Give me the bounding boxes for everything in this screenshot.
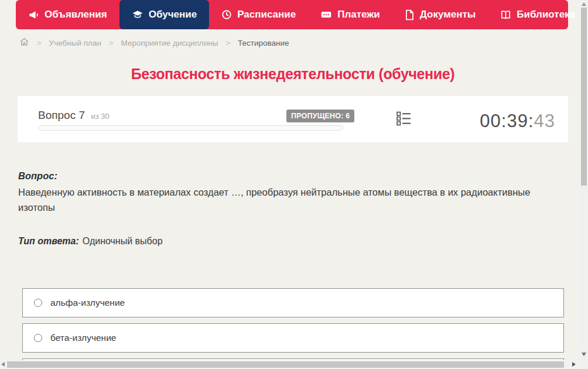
open-book-icon: [500, 9, 511, 20]
breadcrumb: > Учебный план > Мероприятие дисциплины …: [19, 37, 289, 49]
answer-option-label: альфа-излучение: [50, 298, 125, 308]
breadcrumb-testing: Тестирование: [238, 39, 289, 47]
cash-icon: [320, 9, 332, 20]
question-list-icon[interactable]: [396, 111, 412, 129]
progress-bar: [38, 125, 343, 131]
nav-item-label: Платежи: [337, 9, 380, 20]
question-header-card: Вопрос 7 из 30 ПРОПУЩЕНО: 6 00:39:43: [18, 96, 568, 142]
question-number: Вопрос 7 из 30: [38, 109, 110, 122]
home-icon[interactable]: [19, 37, 29, 49]
question-total-label: из 30: [91, 112, 109, 121]
answer-option-alpha[interactable]: альфа-излучение: [22, 288, 564, 317]
nav-item-payments[interactable]: Платежи: [308, 0, 392, 29]
graduation-cap-icon: [132, 9, 143, 20]
scroll-left-arrow[interactable]: [1, 362, 5, 367]
question-number-label: Вопрос 7: [38, 109, 85, 121]
main-nav: Объявления Обучение Расписание Платежи Д…: [16, 0, 568, 29]
skipped-badge: ПРОПУЩЕНО: 6: [286, 110, 354, 122]
breadcrumb-separator: >: [109, 39, 114, 47]
breadcrumb-curriculum[interactable]: Учебный план: [49, 39, 101, 47]
answer-type-value: Одиночный выбор: [83, 236, 163, 246]
scroll-right-arrow[interactable]: [572, 362, 576, 367]
timer: 00:39:43: [480, 111, 555, 132]
answer-options: альфа-излучение бета-излучение: [22, 288, 564, 369]
answer-option-beta[interactable]: бета-излучение: [22, 323, 564, 353]
radio-button[interactable]: [34, 299, 42, 307]
nav-item-label: Библиотека: [517, 9, 575, 20]
nav-item-learning[interactable]: Обучение: [119, 0, 209, 29]
timer-main: 00:39:: [480, 111, 534, 131]
nav-item-announcements[interactable]: Объявления: [16, 0, 119, 29]
answer-option-label: бета-излучение: [50, 333, 116, 343]
nav-item-documents[interactable]: Документы: [392, 0, 488, 29]
scroll-up-arrow[interactable]: [582, 2, 586, 6]
question-label: Вопрос:: [18, 170, 57, 182]
clock-icon: [221, 9, 232, 20]
horizontal-scrollbar-thumb[interactable]: [7, 361, 564, 368]
nav-item-library[interactable]: Библиотека: [488, 0, 588, 29]
breadcrumb-discipline-event[interactable]: Мероприятие дисциплины: [121, 39, 218, 47]
nav-item-label: Документы: [420, 9, 476, 20]
megaphone-icon: [28, 9, 39, 20]
document-icon: [405, 9, 415, 20]
nav-item-label: Расписание: [237, 9, 296, 20]
answer-type-label: Тип ответа:: [18, 236, 79, 246]
timer-seconds: 43: [534, 111, 555, 131]
nav-item-label: Объявления: [45, 9, 107, 20]
page-title: Безопасность жизнедеятельности (обучение…: [18, 66, 568, 83]
breadcrumb-separator: >: [225, 39, 230, 47]
scroll-down-arrow[interactable]: [582, 353, 586, 356]
radio-button[interactable]: [34, 334, 42, 342]
breadcrumb-separator: >: [37, 39, 42, 47]
nav-item-label: Обучение: [149, 9, 197, 20]
nav-item-schedule[interactable]: Расписание: [209, 0, 308, 29]
vertical-scrollbar-thumb[interactable]: [581, 8, 587, 186]
question-text: Наведенную активность в материалах созда…: [18, 184, 559, 215]
answer-type: Тип ответа:Одиночный выбор: [18, 236, 163, 247]
